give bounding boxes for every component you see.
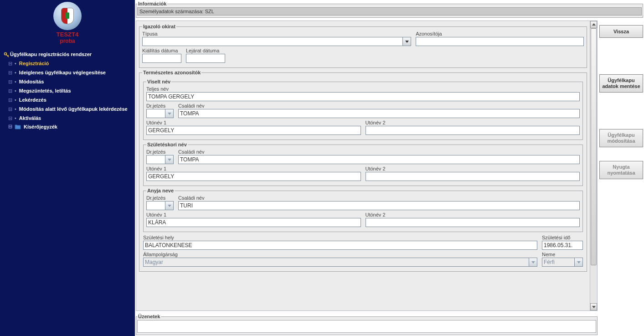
- tree-node-icon: ⊟: [8, 78, 12, 85]
- tipusa-combo[interactable]: [142, 37, 411, 46]
- app-title-2: proba: [0, 38, 135, 44]
- viselt-nev-fieldset: Viselt név Teljes név Dr.jelzés: [143, 79, 583, 140]
- sidebar-item-ideiglenes[interactable]: ⊟ • Ideiglenes ügyfélkapu véglegesítése: [2, 68, 135, 77]
- teljes-nev-label: Teljes név: [146, 86, 580, 92]
- szul-csalad-label: Családi név: [178, 149, 580, 155]
- neme-combo[interactable]: [542, 258, 583, 267]
- mentes-button[interactable]: Ügyfélkapu adatok mentése: [599, 74, 643, 93]
- viselt-csalad-input[interactable]: [178, 109, 580, 118]
- szuletesi-hely-input[interactable]: [143, 241, 537, 250]
- sidebar-item-regisztracio[interactable]: ⊟ • Regisztráció: [2, 59, 135, 68]
- anyja-dr-combo[interactable]: [146, 201, 174, 210]
- szul-uto1-input[interactable]: [146, 172, 361, 181]
- coat-of-arms-icon: [53, 2, 82, 30]
- uzenetek-body: [137, 320, 596, 333]
- uzenetek-legend: Üzenetek: [137, 314, 161, 319]
- tipusa-input[interactable]: [142, 37, 403, 46]
- szul-dr-dropdown-button[interactable]: [165, 155, 174, 164]
- anyja-dr-input[interactable]: [146, 201, 165, 210]
- tree-node-icon: ⊟: [8, 87, 12, 94]
- azonositoja-label: Azonosítója: [416, 31, 584, 36]
- sidebar: TESZT4 proba Ügyfélkapu regisztrációs re…: [0, 0, 135, 336]
- viselt-uto1-input[interactable]: [146, 126, 361, 135]
- chevron-down-icon: [577, 260, 581, 264]
- viselt-dr-combo[interactable]: [146, 109, 174, 118]
- chevron-down-icon: [168, 204, 171, 207]
- termeszetes-fieldset: Természetes azonosítók Viselt név Teljes…: [139, 70, 587, 272]
- viselt-dr-input[interactable]: [146, 109, 165, 118]
- szul-uto1-label: Utónév 1: [146, 166, 361, 171]
- allampolgarsag-combo[interactable]: [143, 258, 537, 267]
- bullet-icon: •: [15, 69, 16, 76]
- tree-node-icon: ⊟: [8, 114, 12, 122]
- szul-uto2-input[interactable]: [366, 172, 580, 181]
- vissza-button[interactable]: Vissza: [599, 25, 643, 38]
- viselt-uto2-input[interactable]: [366, 126, 580, 135]
- sidebar-item-label: Módosítás: [19, 78, 44, 85]
- viselt-legend: Viselt név: [146, 79, 171, 84]
- viselt-dr-label: Dr.jelzés: [146, 103, 174, 109]
- teljes-nev-input[interactable]: [146, 92, 580, 101]
- anyja-dr-dropdown-button[interactable]: [165, 201, 174, 210]
- tree-node-icon: ⊟: [8, 60, 12, 67]
- anyja-csalad-input[interactable]: [178, 201, 580, 210]
- tree-node-icon: ⊟: [8, 124, 12, 129]
- info-fieldset: Információk Személyadatok származása: SZ…: [136, 1, 643, 18]
- anyja-uto2-input[interactable]: [366, 218, 580, 227]
- sidebar-item-lekerdezes[interactable]: ⊟ • Lekérdezés: [2, 95, 135, 104]
- scroll-down-button[interactable]: [590, 303, 597, 310]
- sidebar-item-label: Módosítás alatt lévő ügyfélkapuk lekérde…: [19, 105, 128, 113]
- uzenetek-fieldset: Üzenetek: [136, 314, 598, 335]
- igazolo-legend: Igazoló okirat: [142, 24, 176, 29]
- szuletesi-ido-input[interactable]: [542, 241, 583, 250]
- tipusa-label: Típusa: [142, 31, 411, 36]
- anyja-uto2-label: Utónév 2: [366, 212, 580, 217]
- allampolgarsag-dropdown-button[interactable]: [529, 258, 537, 267]
- sidebar-item-label: Lekérdezés: [19, 96, 46, 103]
- sidebar-item-megszuntetes[interactable]: ⊟ • Megszüntetés, letiltás: [2, 86, 135, 95]
- lejarat-input[interactable]: [186, 54, 225, 63]
- lejarat-label: Lejárat dátuma: [186, 48, 225, 53]
- scroll-thumb[interactable]: [591, 28, 597, 265]
- szuletesi-legend: Születéskori név: [146, 142, 188, 147]
- tree-node-icon: ⊟: [8, 96, 12, 103]
- action-button-column: Vissza Ügyfélkapu adatok mentése Ügyfélk…: [599, 21, 643, 336]
- chevron-down-icon: [168, 112, 171, 115]
- bullet-icon: •: [15, 96, 16, 103]
- sidebar-item-label: Megszüntetés, letiltás: [19, 87, 71, 94]
- anyja-uto1-input[interactable]: [146, 218, 361, 227]
- sidebar-item-aktivalas[interactable]: ⊟ • Aktiválás: [2, 114, 135, 123]
- sidebar-item-label: Ideiglenes ügyfélkapu véglegesítése: [19, 69, 106, 76]
- szul-dr-input[interactable]: [146, 155, 165, 164]
- anyja-uto1-label: Utónév 1: [146, 212, 361, 217]
- bullet-icon: •: [15, 60, 16, 67]
- viselt-dr-dropdown-button[interactable]: [165, 109, 174, 118]
- allampolgarsag-input[interactable]: [143, 258, 529, 267]
- sidebar-item-modositas-alatt[interactable]: ⊟ • Módosítás alatt lévő ügyfélkapuk lek…: [2, 104, 135, 114]
- sidebar-item-kiserojegyzek[interactable]: ⊟ Kísérőjegyzék: [2, 123, 135, 130]
- allampolgarsag-label: Állampolgárság: [143, 252, 537, 257]
- viselt-csalad-label: Családi név: [178, 103, 580, 109]
- azonositoja-input[interactable]: [416, 37, 584, 46]
- szul-dr-combo[interactable]: [146, 155, 174, 164]
- szuletesi-ido-label: Születési idő: [542, 235, 583, 240]
- form-scrollbar[interactable]: [590, 21, 597, 310]
- tipusa-dropdown-button[interactable]: [403, 37, 411, 46]
- neme-input[interactable]: [542, 258, 575, 267]
- scroll-up-button[interactable]: [590, 21, 597, 28]
- anyja-neve-fieldset: Anyja neve Dr.jelzés: [143, 188, 583, 232]
- form-scroll-container: Igazoló okirat Típusa Azonosítója: [136, 21, 598, 311]
- sidebar-item-modositas[interactable]: ⊟ • Módosítás: [2, 77, 135, 86]
- nav-root-label: Ügyfélkapu regisztrációs rendszer: [10, 51, 92, 57]
- szul-csalad-input[interactable]: [178, 155, 580, 164]
- chevron-up-icon: [592, 23, 596, 26]
- neme-dropdown-button[interactable]: [575, 258, 583, 267]
- scroll-track[interactable]: [590, 28, 597, 303]
- anyja-dr-label: Dr.jelzés: [146, 195, 174, 201]
- bullet-icon: •: [15, 114, 16, 122]
- modositas-button[interactable]: Ügyfélkapu módosítása: [599, 129, 643, 147]
- szul-dr-label: Dr.jelzés: [146, 149, 174, 155]
- kiallitas-input[interactable]: [142, 54, 181, 63]
- nyugta-button[interactable]: Nyugta nyomtatása: [599, 161, 643, 179]
- svg-point-0: [5, 53, 7, 55]
